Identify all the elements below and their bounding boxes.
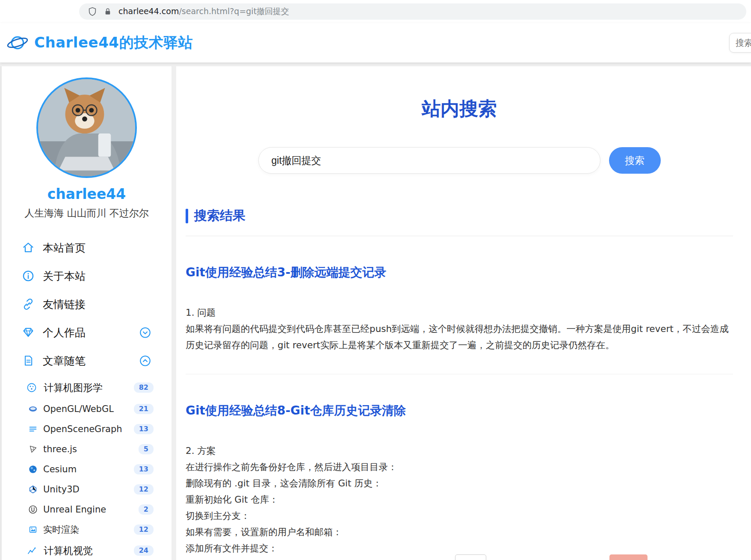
sidebar-item-label: 本站首页 bbox=[43, 241, 86, 255]
site-search-form: 搜索 bbox=[186, 147, 733, 174]
sidebar-username: charlee44 bbox=[2, 186, 171, 202]
category-label: OpenGL/WebGL bbox=[43, 404, 114, 414]
sidebar-item-about[interactable]: 关于本站 bbox=[2, 262, 171, 290]
category-computer-graphics[interactable]: 计算机图形学 82 bbox=[2, 376, 171, 399]
category-label: Cesium bbox=[43, 464, 77, 474]
search-input[interactable] bbox=[258, 147, 600, 174]
search-button[interactable]: 搜索 bbox=[609, 147, 661, 174]
sidebar-nav: 本站首页 关于本站 友情链接 bbox=[2, 234, 171, 375]
search-result: Git使用经验总结8-Git仓库历史记录清除 2. 方案 在进行操作之前先备份好… bbox=[186, 403, 733, 557]
category-openscenegraph[interactable]: OpenSceneGraph 13 bbox=[2, 419, 171, 439]
divider bbox=[186, 374, 733, 374]
sidebar-item-label: 友情链接 bbox=[43, 297, 86, 311]
computer-vision-icon bbox=[27, 545, 37, 556]
category-count-badge: 13 bbox=[134, 464, 154, 474]
url-path: /search.html?q=git撤回提交 bbox=[179, 6, 289, 16]
category-cesium[interactable]: Cesium 13 bbox=[2, 459, 171, 479]
result-line: 切换到主分支： bbox=[186, 508, 733, 524]
sidebar-item-label: 文章随笔 bbox=[43, 354, 86, 368]
results-title: 搜索结果 bbox=[194, 207, 245, 225]
shield-icon[interactable] bbox=[88, 6, 97, 17]
result-line: 重新初始化 Git 仓库： bbox=[186, 492, 733, 508]
avatar-dog-image bbox=[38, 79, 135, 176]
result-line: 2. 方案 bbox=[186, 443, 733, 459]
category-count-badge: 12 bbox=[134, 524, 154, 535]
category-label: 实时渲染 bbox=[43, 524, 79, 536]
category-count-badge: 21 bbox=[134, 404, 154, 414]
category-realtime-rendering[interactable]: 实时渲染 12 bbox=[2, 519, 171, 539]
category-count-badge: 24 bbox=[134, 545, 154, 556]
category-label: three.js bbox=[43, 444, 77, 454]
category-count-badge: 12 bbox=[134, 484, 154, 495]
sidebar-item-articles[interactable]: 文章随笔 bbox=[2, 347, 171, 375]
search-result: Git使用经验总结3-删除远端提交记录 1. 问题 如果将有问题的代码提交到代码… bbox=[186, 264, 733, 353]
divider bbox=[186, 236, 733, 236]
category-unreal-engine[interactable]: Unreal Engine 2 bbox=[2, 499, 171, 519]
avatar[interactable] bbox=[36, 77, 137, 178]
realtime-rendering-icon bbox=[28, 525, 38, 534]
result-snippet: 2. 方案 在进行操作之前先备份好仓库，然后进入项目目录： 删除现有的 .git… bbox=[186, 443, 733, 557]
category-label: 计算机图形学 bbox=[44, 381, 103, 394]
header-search-input[interactable] bbox=[729, 33, 751, 53]
graphics-category-icon bbox=[27, 382, 37, 393]
category-unity3d[interactable]: Unity3D 12 bbox=[2, 479, 171, 499]
sidebar-item-home[interactable]: 本站首页 bbox=[2, 234, 171, 262]
page-layout: charlee44 人生海海 山山而川 不过尔尔 本站首页 关于本站 bbox=[0, 62, 751, 560]
sidebar-item-label: 个人作品 bbox=[43, 326, 86, 340]
link-icon bbox=[22, 298, 34, 310]
openscenegraph-icon bbox=[28, 424, 38, 434]
sidebar-item-label: 关于本站 bbox=[43, 269, 86, 283]
lock-icon bbox=[104, 7, 112, 16]
category-count-badge: 82 bbox=[134, 382, 154, 393]
result-title-link[interactable]: Git使用经验总结3-删除远端提交记录 bbox=[186, 264, 733, 281]
category-count-badge: 13 bbox=[134, 424, 154, 434]
sidebar-item-works[interactable]: 个人作品 bbox=[2, 318, 171, 347]
page-title: 站内搜索 bbox=[186, 96, 733, 121]
unity3d-icon bbox=[28, 485, 38, 494]
url-text: charlee44.com/search.html?q=git撤回提交 bbox=[118, 6, 289, 17]
info-icon bbox=[22, 270, 34, 282]
opengl-icon bbox=[28, 404, 38, 414]
site-title[interactable]: Charlee44的技术驿站 bbox=[34, 33, 193, 53]
threejs-icon bbox=[28, 444, 38, 454]
results-accent-bar bbox=[186, 209, 188, 223]
chevron-up-icon[interactable] bbox=[139, 355, 151, 367]
result-line: 1. 问题 bbox=[186, 305, 733, 321]
category-label: Unity3D bbox=[43, 484, 80, 495]
sidebar-item-links[interactable]: 友情链接 bbox=[2, 290, 171, 318]
browser-bar: charlee44.com/search.html?q=git撤回提交 bbox=[0, 0, 751, 23]
url-bar[interactable]: charlee44.com/search.html?q=git撤回提交 bbox=[79, 3, 746, 20]
result-line: 如果有需要，设置新的用户名和邮箱： bbox=[186, 524, 733, 540]
sidebar-categories: 计算机图形学 82 OpenGL/WebGL 21 OpenSceneGraph bbox=[2, 376, 171, 560]
category-label: Unreal Engine bbox=[43, 504, 106, 515]
sidebar-tagline: 人生海海 山山而川 不过尔尔 bbox=[2, 207, 171, 220]
home-icon bbox=[22, 242, 34, 254]
sidebar: charlee44 人生海海 山山而川 不过尔尔 本站首页 关于本站 bbox=[0, 66, 171, 560]
category-label: 计算机视觉 bbox=[44, 544, 93, 557]
site-logo-planet-icon[interactable] bbox=[7, 33, 28, 53]
cesium-icon bbox=[28, 465, 38, 474]
chevron-down-icon[interactable] bbox=[139, 327, 151, 338]
result-title-link[interactable]: Git使用经验总结8-Git仓库历史记录清除 bbox=[186, 403, 733, 419]
site-header: Charlee44的技术驿站 bbox=[0, 23, 751, 62]
result-snippet: 1. 问题 如果将有问题的代码提交到代码仓库甚至已经push到远端，这个时候就得… bbox=[186, 305, 733, 353]
partial-button-salmon[interactable] bbox=[609, 554, 648, 560]
main-content: 站内搜索 搜索 搜索结果 Git使用经验总结3-删除远端提交记录 1. 问题 如… bbox=[176, 66, 751, 560]
category-count-badge: 5 bbox=[139, 444, 154, 454]
partial-button-light[interactable] bbox=[455, 554, 486, 560]
url-host: charlee44.com bbox=[118, 6, 179, 16]
category-count-badge: 2 bbox=[139, 504, 154, 515]
result-line: 在进行操作之前先备份好仓库，然后进入项目目录： bbox=[186, 459, 733, 475]
gem-icon bbox=[22, 326, 34, 338]
category-threejs[interactable]: three.js 5 bbox=[2, 439, 171, 459]
result-line: 如果将有问题的代码提交到代码仓库甚至已经push到远端，这个时候就得想办法把提交… bbox=[186, 321, 733, 353]
result-line: 删除现有的 .git 目录，这会清除所有 Git 历史： bbox=[186, 475, 733, 492]
category-computer-vision[interactable]: 计算机视觉 24 bbox=[2, 539, 171, 560]
unreal-engine-icon bbox=[28, 505, 38, 514]
category-opengl-webgl[interactable]: OpenGL/WebGL 21 bbox=[2, 399, 171, 419]
document-icon bbox=[22, 355, 34, 367]
category-label: OpenSceneGraph bbox=[43, 424, 122, 434]
results-header: 搜索结果 bbox=[186, 207, 733, 225]
